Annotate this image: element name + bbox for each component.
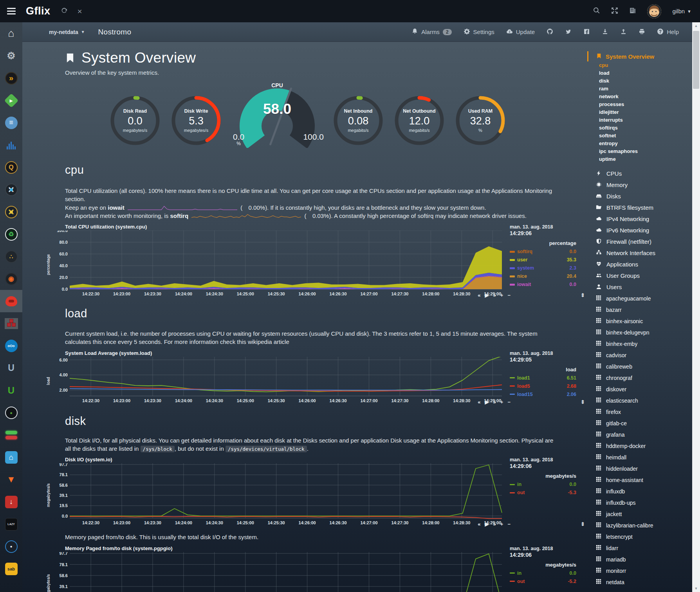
play-icon[interactable]: ▶ <box>485 399 489 405</box>
nav-app-diskover[interactable]: diskover <box>587 383 692 395</box>
zoom-in-icon[interactable]: + <box>500 521 503 527</box>
sidebar-app-green-u[interactable]: U <box>0 379 22 401</box>
sidebar-app-splash-u[interactable]: U <box>0 357 22 379</box>
sidebar-app-grafana[interactable]: ◉ <box>0 268 22 290</box>
nav-item-processes[interactable]: processes <box>587 101 692 108</box>
chart-resize-handle[interactable]: ⇕ <box>581 399 585 405</box>
sidebar-app-plex[interactable]: » <box>0 67 22 89</box>
nd-button-upload[interactable] <box>620 28 627 36</box>
fullscreen-icon[interactable] <box>611 7 618 16</box>
sidebar-app-settings[interactable]: ⚙ <box>0 45 22 67</box>
sidebar-app-ytdl[interactable]: ↓ <box>0 491 22 513</box>
gauge-net-inbound[interactable]: Net Inbound0.08megabits/s <box>329 91 387 150</box>
sidebar-app-recycle[interactable]: ♻ <box>0 223 22 245</box>
nav-item-interrupts[interactable]: interrupts <box>587 116 692 124</box>
gauge-disk-read[interactable]: Disk Read0.0megabytes/s <box>106 91 164 150</box>
nav-app-monitorr[interactable]: monitorr <box>587 565 692 576</box>
sidebar-app-airsonic[interactable] <box>0 134 22 156</box>
nav-item-load[interactable]: load <box>587 69 692 77</box>
nd-button-github[interactable] <box>547 28 553 36</box>
gauge-disk-write[interactable]: Disk Write5.3megabytes/s <box>167 91 225 150</box>
nav-section-network-interfaces[interactable]: Network Interfaces <box>587 247 692 259</box>
pgpgio-chart[interactable]: Memory Paged from/to disk (system.pgpgio… <box>46 545 587 592</box>
nav-item-uptime[interactable]: uptime <box>587 155 692 163</box>
zoom-in-icon[interactable]: + <box>500 399 503 405</box>
pan-left-icon[interactable]: « <box>478 521 480 527</box>
sidebar-app-home-assistant[interactable]: ⌂ <box>0 446 22 468</box>
nav-section-memory[interactable]: Memory <box>587 179 692 191</box>
nav-item-cpu[interactable]: cpu <box>587 61 692 69</box>
nav-section-ipv4-networking[interactable]: IPv4 Networking <box>587 213 692 225</box>
nd-button-download[interactable] <box>602 28 608 36</box>
reader-icon[interactable] <box>629 7 636 16</box>
nav-app-elasticsearch[interactable]: elasticsearch <box>587 395 692 406</box>
nd-button-twitter[interactable] <box>565 28 572 36</box>
nd-button-print[interactable] <box>639 28 645 36</box>
pan-left-icon[interactable]: « <box>478 292 480 298</box>
nav-app-chronograf[interactable]: chronograf <box>587 372 692 383</box>
sidebar-app-droplet[interactable]: ● <box>0 535 22 558</box>
nd-button-facebook[interactable] <box>583 28 590 36</box>
nav-app-binhex-airsonic[interactable]: binhex-airsonic <box>587 315 692 327</box>
nav-app-binhex-delugevpn[interactable]: binhex-delugevpn <box>587 327 692 338</box>
sidebar-app-emby[interactable]: ▶ <box>0 89 22 112</box>
scroll-up-arrow[interactable]: ▲ <box>692 22 700 29</box>
nd-button-update[interactable]: Update <box>506 28 535 36</box>
page-scrollbar[interactable]: ▲ ▼ <box>692 22 700 592</box>
nav-section-user-groups[interactable]: User Groups <box>587 270 692 281</box>
close-tab-button[interactable]: × <box>78 7 82 16</box>
nav-item-idlejitter[interactable]: idlejitter <box>587 108 692 116</box>
sidebar-app-cubes[interactable] <box>0 312 22 335</box>
pan-right-icon[interactable]: » <box>493 292 496 298</box>
zoom-in-icon[interactable]: + <box>500 292 503 298</box>
sidebar-app-jackett[interactable]: Q <box>0 156 22 178</box>
load-chart[interactable]: System Load Average (system.load)load2.0… <box>46 350 587 405</box>
pan-right-icon[interactable]: » <box>493 399 496 405</box>
nav-item-ipc-semaphores[interactable]: ipc semaphores <box>587 148 692 155</box>
wikipedia-link[interactable]: wikipedia article <box>248 338 289 345</box>
sidebar-app-home[interactable]: ⌂ <box>0 22 22 45</box>
nav-app-hiddenloader[interactable]: hiddenloader <box>587 463 692 474</box>
sidebar-app-gitlab[interactable]: ▼ <box>0 468 22 491</box>
play-icon[interactable]: ▶ <box>485 292 489 298</box>
sidebar-app-nextcloud[interactable]: oOo <box>0 335 22 357</box>
nav-app-grafana[interactable]: grafana <box>587 429 692 440</box>
chart-resize-handle[interactable]: ⇕ <box>581 521 585 527</box>
sidebar-app-monitorr[interactable] <box>0 424 22 446</box>
gauge-net-outbound[interactable]: Net Outbound12.0megabits/s <box>390 91 448 150</box>
nd-button-alarms[interactable]: Alarms2 <box>411 28 451 36</box>
zoom-out-icon[interactable]: − <box>507 399 511 405</box>
nd-button-settings[interactable]: Settings <box>464 28 494 36</box>
nav-app-bazarr[interactable]: bazarr <box>587 304 692 315</box>
server-dropdown[interactable]: my-netdata ▼ <box>49 29 85 35</box>
gauge-used-ram[interactable]: Used RAM32.8% <box>451 91 509 150</box>
nav-app-firefox[interactable]: firefox <box>587 406 692 417</box>
nav-section-applications[interactable]: Applications <box>587 259 692 270</box>
hamburger-menu-button[interactable] <box>0 0 23 22</box>
nav-section-firewall-netfilter-[interactable]: Firewall (netfilter) <box>587 236 692 247</box>
nav-section-users[interactable]: Users <box>587 281 692 293</box>
pan-left-icon[interactable]: « <box>478 399 480 405</box>
gauge-cpu[interactable]: CPU58.00.0%100.0 <box>228 82 326 149</box>
nav-section-disks[interactable]: Disks <box>587 191 692 202</box>
nav-app-influxdb-ups[interactable]: influxdb-ups <box>587 497 692 508</box>
sidebar-app-lazylibrarian[interactable]: LAZY <box>0 513 22 535</box>
nav-app-binhex-emby[interactable]: binhex-emby <box>587 338 692 349</box>
nav-item-softirqs[interactable]: softirqs <box>587 124 692 132</box>
user-menu[interactable]: gilbn ▼ <box>672 8 691 14</box>
sidebar-app-app-x-yellow[interactable]: ✕ <box>0 201 22 223</box>
chart-resize-handle[interactable]: ⇕ <box>581 292 585 298</box>
nav-item-network[interactable]: network <box>587 93 692 101</box>
scroll-down-arrow[interactable]: ▼ <box>692 585 700 592</box>
nav-app-lazylibrarian-calibre[interactable]: lazylibrarian-calibre <box>587 520 692 531</box>
sidebar-app-scatter-chart[interactable]: ∴ <box>0 245 22 268</box>
play-icon[interactable]: ▶ <box>485 521 489 527</box>
nav-section-btrfs-filesystem[interactable]: BTRFS filesystem <box>587 202 692 213</box>
user-avatar[interactable] <box>647 4 661 18</box>
zoom-out-icon[interactable]: − <box>507 292 511 298</box>
cpu-chart[interactable]: Total CPU utilization (system.cpu)percen… <box>46 224 587 299</box>
pan-right-icon[interactable]: » <box>493 521 496 527</box>
nd-button-help[interactable]: Help <box>657 28 679 36</box>
nav-app-heimdall[interactable]: heimdall <box>587 452 692 463</box>
nav-item-ram[interactable]: ram <box>587 85 692 93</box>
